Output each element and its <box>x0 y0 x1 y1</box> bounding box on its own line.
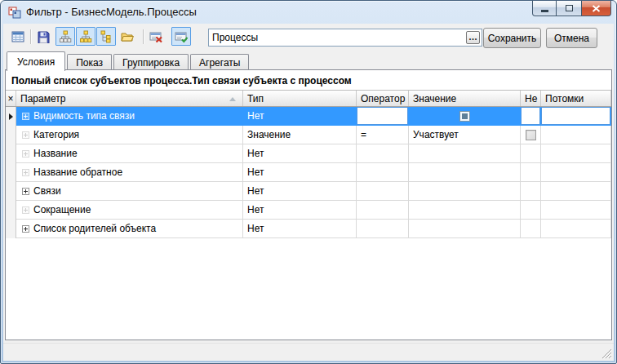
expand-icon[interactable] <box>22 131 29 139</box>
expand-icon[interactable] <box>22 150 29 158</box>
row-header-cell[interactable] <box>6 107 16 126</box>
cell-descendants[interactable] <box>541 201 611 220</box>
cell-parameter[interactable]: Связи <box>16 182 243 201</box>
cell-operator[interactable] <box>357 220 409 238</box>
cell-operator[interactable] <box>357 182 409 201</box>
cell-type[interactable]: Нет <box>243 220 357 238</box>
expand-icon[interactable] <box>22 169 29 176</box>
cell-not[interactable] <box>521 201 541 220</box>
orgchart-button[interactable] <box>76 27 95 46</box>
expand-icon[interactable] <box>22 113 29 120</box>
expand-icon[interactable] <box>22 225 29 233</box>
table-row[interactable]: НазваниеНет <box>6 144 611 163</box>
cell-parameter[interactable]: Название <box>16 144 243 163</box>
tab-aggregates[interactable]: Агрегаты <box>190 54 249 70</box>
open-filter-button[interactable] <box>118 27 137 46</box>
value-checkbox[interactable] <box>459 111 470 122</box>
table-row[interactable]: КатегорияЗначение=Участвует <box>6 126 611 144</box>
column-header-not[interactable]: Не <box>521 91 541 106</box>
row-header-cell[interactable] <box>6 201 16 220</box>
section-title: Полный список субъектов процесса.Тип свя… <box>11 75 352 87</box>
row-header-cell[interactable] <box>6 144 16 163</box>
cell-descendants[interactable] <box>541 163 611 182</box>
cell-value[interactable] <box>409 144 521 163</box>
expand-icon[interactable] <box>22 188 29 195</box>
cell-type[interactable]: Нет <box>243 182 357 201</box>
tab-strip: УсловияПоказГруппировкаАгрегаты <box>7 51 251 70</box>
cell-value[interactable] <box>409 163 521 182</box>
cell-descendants[interactable] <box>541 182 611 201</box>
cell-parameter[interactable]: Видимость типа связи <box>16 107 243 126</box>
column-header-descendants[interactable]: Потомки <box>541 91 611 106</box>
cell-parameter[interactable]: Сокращение <box>16 201 243 220</box>
cell-value[interactable]: Участвует <box>409 126 521 144</box>
tab-display[interactable]: Показ <box>67 54 112 70</box>
grid-view-button[interactable] <box>8 27 28 46</box>
cell-not[interactable] <box>521 163 541 182</box>
orgchart-wide-button[interactable] <box>55 27 75 46</box>
cell-operator[interactable]: = <box>357 126 409 144</box>
table-row[interactable]: Название обратноеНет <box>6 163 611 182</box>
tree-view-button[interactable] <box>96 27 116 46</box>
cell-type[interactable]: Нет <box>243 163 357 182</box>
cell-descendants[interactable] <box>541 126 611 144</box>
cell-operator[interactable] <box>357 144 409 163</box>
column-header-type[interactable]: Тип <box>243 91 357 106</box>
cancel-button[interactable]: Отмена <box>546 28 597 48</box>
close-button[interactable] <box>581 1 611 16</box>
cell-value[interactable] <box>409 201 521 220</box>
cell-not[interactable] <box>521 220 541 238</box>
remove-filter-button[interactable] <box>146 27 166 46</box>
filter-name-field[interactable]: … <box>208 29 482 47</box>
cell-type[interactable]: Нет <box>243 144 357 163</box>
ellipsis-button[interactable]: … <box>466 31 480 44</box>
save-button[interactable]: Сохранить <box>483 28 541 48</box>
cell-type[interactable]: Нет <box>243 107 357 126</box>
table-row[interactable]: Список родителей объектаНет <box>6 220 611 238</box>
cell-operator[interactable] <box>357 107 409 126</box>
table-row[interactable]: СокращениеНет <box>6 201 611 220</box>
column-header-value[interactable]: Значение <box>409 91 521 106</box>
cell-type[interactable]: Нет <box>243 201 357 220</box>
cell-operator[interactable] <box>357 163 409 182</box>
titlebar[interactable]: Фильтр - БизнесМодель.Процессы <box>1 1 616 24</box>
cell-operator[interactable] <box>357 201 409 220</box>
row-header-cell[interactable] <box>6 163 16 182</box>
column-header-operator[interactable]: Оператор <box>357 91 409 106</box>
not-editor[interactable] <box>521 107 540 125</box>
row-header-cell[interactable] <box>6 182 16 201</box>
table-row[interactable]: СвязиНет <box>6 182 611 201</box>
row-header-cell[interactable] <box>6 126 16 144</box>
cell-descendants[interactable] <box>541 107 611 126</box>
cell-type[interactable]: Значение <box>243 126 357 144</box>
cell-not[interactable] <box>521 144 541 163</box>
parameter-label: Название <box>33 148 78 159</box>
cell-not[interactable] <box>521 126 541 144</box>
cell-not[interactable] <box>521 182 541 201</box>
cell-not[interactable] <box>521 107 541 126</box>
cell-value[interactable] <box>409 220 521 238</box>
cell-descendants[interactable] <box>541 144 611 163</box>
filter-name-input[interactable] <box>209 32 466 43</box>
column-header-x[interactable]: × <box>6 91 16 106</box>
tab-conditions[interactable]: Условия <box>7 51 65 71</box>
not-checkbox[interactable] <box>526 130 536 140</box>
tab-grouping[interactable]: Группировка <box>113 54 189 70</box>
expand-icon[interactable] <box>22 206 29 214</box>
cell-parameter[interactable]: Название обратное <box>16 163 243 182</box>
cell-descendants[interactable] <box>541 220 611 238</box>
cell-parameter[interactable]: Категория <box>16 126 243 144</box>
cell-value[interactable] <box>409 182 521 201</box>
cell-value[interactable] <box>409 107 521 126</box>
save-filter-button[interactable] <box>33 27 53 46</box>
row-header-cell[interactable] <box>6 220 16 238</box>
maximize-button[interactable] <box>557 1 581 16</box>
table-row[interactable]: Видимость типа связиНет <box>6 107 611 126</box>
descendants-editor[interactable] <box>541 107 610 125</box>
operator-editor[interactable] <box>357 107 408 125</box>
minimize-button[interactable] <box>532 1 557 16</box>
resize-grip-icon[interactable] <box>601 348 612 359</box>
column-header-parameter[interactable]: Параметр <box>16 91 243 106</box>
cell-parameter[interactable]: Список родителей объекта <box>16 220 243 238</box>
apply-filter-button[interactable] <box>171 27 191 46</box>
